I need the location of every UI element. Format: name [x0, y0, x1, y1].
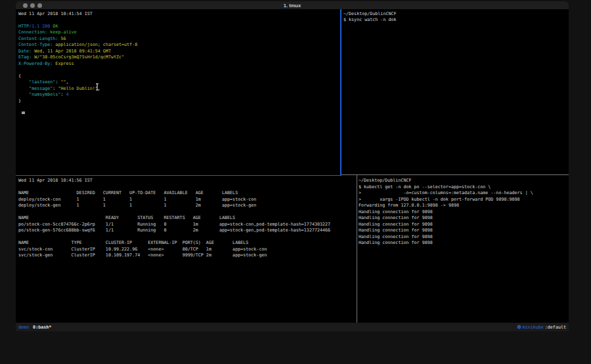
terminal-line: Handling connection for 9898 [359, 209, 569, 216]
terminal-line: > -o=custom-columns=:metadata.name --no-… [359, 190, 569, 197]
terminal-line: Handling connection for 9898 [359, 215, 569, 222]
terminal-line: Forwarding from 127.0.0.1:9898 -> 9898 [359, 203, 569, 209]
terminal-line: deploy/stock-gen 1 1 1 1 2m app=stock-ge… [18, 203, 357, 209]
terminal-line [18, 234, 357, 241]
terminal-line [18, 209, 357, 216]
terminal-line: "lastseen": "", [18, 79, 340, 86]
tmux-status-bar: demo 0:bash* minikube:default [16, 323, 569, 331]
terminal-line: Handling connection for 9898 [359, 222, 569, 228]
mouse-ibeam-cursor [95, 83, 99, 91]
desktop: 1. tmux Wed 11 Apr 2018 10:41:54 IST HTT… [0, 0, 591, 364]
terminal-line: HTTP/1.1 200 OK [18, 24, 340, 30]
pane-divider-vertical [357, 175, 357, 323]
kubernetes-helm-icon [517, 325, 521, 329]
terminal-line: ~/Desktop/DublinCNCF [343, 11, 569, 18]
terminal-line: X-Powered-By: Express [18, 61, 340, 68]
terminal-line: svc/stock-gen ClusterIP 10.109.197.74 <n… [18, 253, 357, 259]
terminal-line: Content-Length: 56 [18, 36, 340, 43]
terminal-line: Handling connection for 9898 [359, 228, 569, 234]
terminal-line: Content-Type: application/json; charset=… [18, 42, 340, 49]
terminal-cursor [22, 111, 25, 115]
zoom-button[interactable] [37, 3, 42, 8]
terminal-line: NAME DESIRED CURRENT UP-TO-DATE AVAILABL… [18, 190, 357, 197]
tmux-status-right: minikube:default [517, 325, 566, 330]
terminal-line: $ ksync watch -n dok [343, 17, 569, 24]
terminal-line: NAME READY STATUS RESTARTS AGE LABELS [18, 215, 357, 222]
terminal-line: Wed 11 Apr 2018 10:41:54 IST [18, 11, 340, 18]
terminal-line: } [18, 98, 340, 105]
terminal-window: 1. tmux Wed 11 Apr 2018 10:41:54 IST HTT… [16, 1, 569, 331]
terminal-line: po/stock-gen-576cc688bb-swqf6 1/1 Runnin… [18, 228, 357, 234]
tmux-status-left: demo 0:bash* [18, 325, 51, 330]
pane-http-response[interactable]: Wed 11 Apr 2018 10:41:54 IST HTTP/1.1 20… [16, 9, 340, 174]
terminal-line: ETag: W/"38-05coCsrg3mQ75sHr1d/qcMTwYZc" [18, 54, 340, 61]
terminal-line: deploy/stock-con 1 1 1 1 1m app=stock-co… [18, 197, 357, 203]
tmux-window-label[interactable]: 0:bash* [33, 325, 51, 330]
kube-namespace: :default [545, 325, 566, 330]
close-button[interactable] [23, 3, 28, 8]
terminal-line: > xargs -IPOD kubectl -n dok port-forwar… [359, 197, 569, 203]
terminal-line: svc/stock-con ClusterIP 10.99.222.96 <no… [18, 247, 357, 253]
terminal-line: "message": "Hello Dublin!", [18, 86, 340, 92]
terminal-line: Handling connection for 9898 [359, 234, 569, 241]
minimize-button[interactable] [30, 3, 35, 8]
terminal-line: "numsymbols": 4 [18, 92, 340, 98]
terminal-line [18, 17, 340, 24]
active-pane-divider-horizontal [16, 175, 341, 176]
terminal-line [18, 184, 357, 191]
terminal-line: { [18, 73, 340, 80]
pane-port-forward[interactable]: ~/Desktop/DublinCNCF$ kubectl get -n dok… [357, 176, 569, 323]
window-title: 1. tmux [16, 3, 569, 9]
kube-context: minikube [523, 325, 544, 330]
pane-ksync-watch[interactable]: ~/Desktop/DublinCNCF$ ksync watch -n dok [341, 9, 569, 174]
tmux-session-name[interactable]: demo [18, 325, 29, 330]
terminal-line: Wed 11 Apr 2018 10:41:56 IST [18, 178, 357, 184]
window-titlebar[interactable]: 1. tmux [16, 1, 569, 9]
traffic-lights [23, 1, 42, 9]
terminal-line: NAME TYPE CLUSTER-IP EXTERNAL-IP PORT(S)… [18, 240, 357, 247]
terminal-line: ~/Desktop/DublinCNCF [359, 178, 569, 184]
terminal-line: Connection: keep-alive [18, 30, 340, 36]
terminal-line [18, 67, 340, 73]
pane-divider-horizontal [341, 174, 569, 175]
terminal-line: po/stock-con-5cc874766c-2p6rp 1/1 Runnin… [18, 222, 357, 228]
terminal-line: Handling connection for 9898 [359, 240, 569, 247]
terminal-line: $ kubectl get -n dok po --selector=app=s… [359, 184, 569, 191]
pane-kubectl-get[interactable]: Wed 11 Apr 2018 10:41:56 IST NAME DESIRE… [16, 176, 357, 323]
active-pane-divider-vertical [340, 9, 341, 176]
terminal-line: Date: Wed, 11 Apr 2018 09:41:54 GMT [18, 49, 340, 55]
